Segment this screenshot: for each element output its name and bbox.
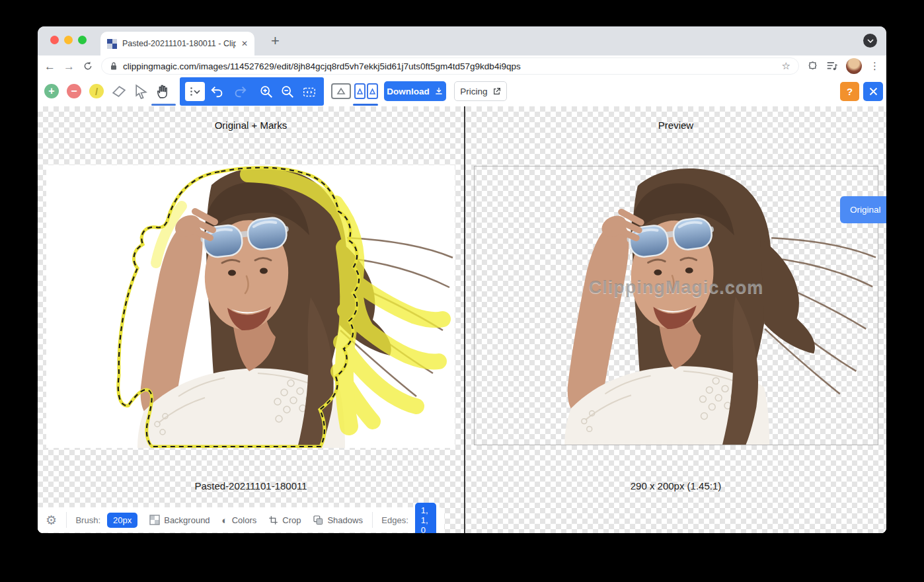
address-bar[interactable]: clippingmagic.com/images/114527629/edit/…	[101, 57, 799, 75]
keep-brush-tool[interactable]: +	[44, 84, 59, 98]
traffic-lights	[50, 36, 87, 44]
shadows-label: Shadows	[327, 515, 362, 525]
download-icon	[434, 87, 443, 96]
close-x-icon	[868, 87, 878, 96]
view-controls-group	[180, 77, 324, 106]
tab-strip: Pasted-20211101-180011 - Clip ✕ +	[38, 26, 886, 55]
crop-button[interactable]: Crop	[268, 515, 301, 525]
eraser-tool[interactable]	[110, 83, 127, 100]
remove-brush-tool[interactable]: −	[67, 84, 81, 98]
original-pane: Original + Marks	[38, 106, 464, 533]
colors-halfcircle-icon: ◐	[222, 515, 228, 525]
preview-cutout-image	[475, 166, 878, 445]
editor-canvas: Original + Marks	[38, 106, 886, 533]
help-button[interactable]: ?	[840, 82, 859, 101]
back-button[interactable]: ←	[44, 61, 56, 72]
preview-pane-title: Preview	[465, 120, 886, 131]
colors-button[interactable]: ◐ Colors	[222, 515, 257, 525]
brush-size-badge[interactable]: 20px	[107, 513, 137, 528]
single-view-toggle[interactable]	[330, 83, 352, 100]
original-label: Original	[850, 205, 881, 215]
browser-tab[interactable]: Pasted-20211101-180011 - Clip ✕	[100, 32, 254, 55]
tab-close-icon[interactable]: ✕	[241, 39, 248, 48]
zoom-out-button[interactable]	[280, 85, 295, 99]
pricing-label: Pricing	[460, 87, 487, 96]
download-label: Download	[387, 87, 430, 96]
watermark-text: ClippingMagic.com	[475, 277, 878, 298]
select-cursor-tool[interactable]	[133, 83, 149, 100]
zoom-fit-button[interactable]	[302, 85, 317, 99]
colors-label: Colors	[232, 515, 257, 525]
bookmark-star-icon[interactable]: ☆	[782, 60, 790, 72]
chevron-down-icon	[194, 90, 200, 94]
browser-navbar: ← → clippingmagic.com/images/114527629/e…	[38, 55, 886, 77]
original-pane-title: Original + Marks	[38, 120, 464, 131]
split-view-toggle[interactable]	[354, 83, 378, 100]
tab-search-button[interactable]	[863, 34, 877, 48]
extensions-puzzle-icon[interactable]	[807, 61, 818, 72]
background-button[interactable]: Background	[149, 515, 210, 525]
chevron-down-icon	[867, 39, 874, 43]
external-link-icon	[492, 87, 501, 96]
tab-title: Pasted-20211101-180011 - Clip	[122, 39, 236, 48]
profile-avatar[interactable]	[846, 58, 862, 74]
crop-icon	[268, 515, 278, 525]
original-image-with-marks[interactable]	[46, 165, 455, 448]
shadows-icon	[313, 515, 323, 525]
new-tab-button[interactable]: +	[271, 34, 280, 48]
zoom-window-button[interactable]	[78, 36, 87, 44]
media-controls-icon[interactable]	[826, 61, 838, 71]
close-editor-button[interactable]	[863, 82, 883, 101]
url-text[interactable]: clippingmagic.com/images/114527629/edit/…	[123, 61, 777, 71]
original-image-caption: Pasted-20211101-180011	[38, 480, 464, 491]
settings-gear-icon[interactable]: ⚙	[46, 514, 57, 527]
preview-image-caption: 290 x 200px (1.45:1)	[465, 480, 886, 491]
forward-button[interactable]: →	[63, 61, 75, 72]
edges-label: Edges:	[381, 515, 408, 525]
brush-label: Brush:	[75, 515, 100, 525]
clippingmagic-favicon	[107, 39, 117, 49]
preview-image-frame[interactable]: ClippingMagic.com	[474, 166, 878, 445]
editor-toolbar: + − /	[38, 77, 886, 106]
minimize-window-button[interactable]	[64, 36, 73, 44]
redo-button[interactable]	[233, 85, 247, 99]
browser-window: Pasted-20211101-180011 - Clip ✕ + ← → cl…	[38, 26, 886, 533]
shadows-button[interactable]: Shadows	[313, 515, 362, 525]
close-window-button[interactable]	[50, 36, 59, 44]
download-button[interactable]: Download	[384, 81, 446, 101]
crop-label: Crop	[282, 515, 301, 525]
browser-menu-icon[interactable]: ⋮	[870, 60, 880, 72]
dots-vertical-icon	[190, 87, 192, 96]
undo-button[interactable]	[210, 85, 225, 99]
zoom-in-button[interactable]	[259, 85, 274, 99]
marks-dropdown-button[interactable]	[185, 82, 205, 101]
lock-icon	[110, 61, 118, 71]
bottom-toolbar: ⚙ Brush: 20px Background ◐ Colors	[38, 507, 444, 532]
pricing-button[interactable]: Pricing	[454, 81, 507, 101]
help-label: ?	[847, 86, 853, 97]
preview-pane: Preview ClippingMagic.com 290 x 200px (1…	[465, 106, 886, 533]
background-label: Background	[164, 515, 210, 525]
reload-button[interactable]	[83, 61, 93, 71]
pan-hand-tool[interactable]	[155, 83, 171, 100]
hair-brush-tool[interactable]: /	[89, 84, 104, 98]
background-checker-icon	[149, 515, 160, 525]
show-original-button[interactable]: Original	[840, 196, 886, 223]
pan-tool-active-underline	[151, 104, 176, 106]
edges-value-badge[interactable]: 1, 1, 0	[415, 503, 436, 534]
split-view-active-underline	[353, 104, 378, 106]
